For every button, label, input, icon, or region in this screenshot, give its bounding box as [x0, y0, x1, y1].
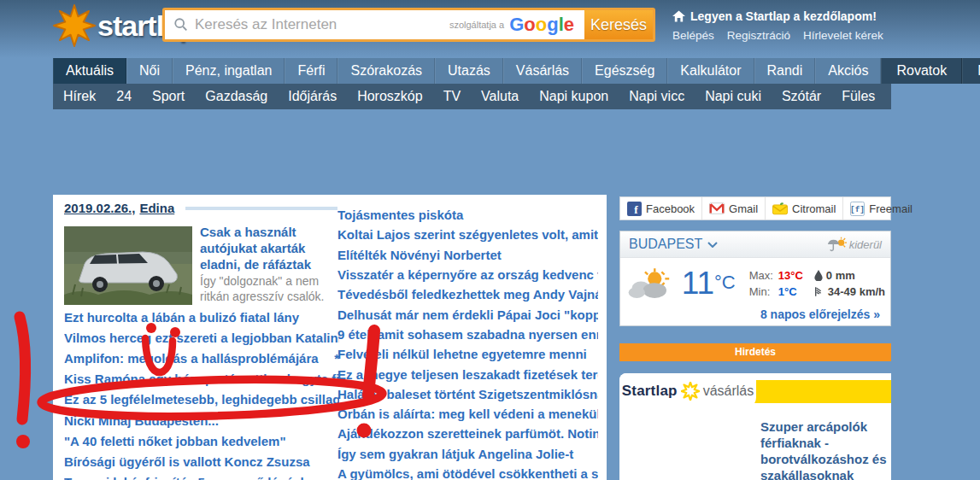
- shop-product-link[interactable]: Szuper arcápolók férfiaknak - borotválko…: [760, 419, 887, 480]
- list-item: Ezt hurcolta a lábán a bulizó fiatal lán…: [64, 307, 339, 327]
- news-link[interactable]: Tévedésből feledkezhettek meg Andy Vajná…: [337, 287, 598, 301]
- kiderul-brand: kiderül: [826, 237, 882, 252]
- news-link[interactable]: Koltai Lajos szerint szégyenletes volt, …: [337, 227, 598, 242]
- link-tv[interactable]: TV: [433, 84, 471, 109]
- tab-akcios[interactable]: Akciós: [815, 58, 881, 84]
- featured-article-title[interactable]: Csak a használt autójukat akarták eladni…: [200, 224, 347, 272]
- register-link[interactable]: Regisztráció: [727, 29, 790, 42]
- ad-label: Hirdetés: [619, 343, 891, 361]
- news-link[interactable]: 9 étel, amit sohasem szabadna nyersen en…: [337, 327, 598, 342]
- date-link[interactable]: 2019.02.26.,: [64, 201, 135, 215]
- featured-article-image[interactable]: [64, 226, 192, 305]
- tab-rovatok[interactable]: Rovatok: [881, 58, 962, 84]
- news-link[interactable]: Vilmos herceg ezt szereti a legjobban Ka…: [64, 331, 339, 345]
- search-icon: [173, 17, 189, 32]
- set-homepage-link[interactable]: Legyen a Startlap a kezdőlapom!: [672, 9, 883, 23]
- droplet-icon: [814, 270, 823, 281]
- tab-aktualis[interactable]: Aktuális: [53, 58, 126, 84]
- link-idojaras[interactable]: Időjárás: [278, 84, 347, 109]
- author-link[interactable]: Edina: [139, 201, 174, 215]
- news-link[interactable]: "A 40 feletti nőket jobban kedvelem": [64, 434, 286, 448]
- car-photo: [64, 226, 192, 305]
- news-link[interactable]: Amplifon: megoldás a hallásproblémájára: [64, 351, 319, 366]
- news-link[interactable]: Ez a megye teljesen leszakadt fizetések …: [337, 367, 598, 382]
- secondary-nav: Hírek 24 Sport Gazdaság Időjárás Horoszk…: [53, 84, 891, 109]
- link-szotar[interactable]: Szótár: [772, 84, 831, 109]
- freemail-link[interactable]: [f] Freemail: [843, 197, 919, 220]
- list-item: Tavaszi lakásfrissítés 5 egyszerű lépésb…: [64, 472, 339, 480]
- minmax-block: Max:13°C Min:1°C: [749, 267, 803, 300]
- weather-widget: BUDAPEST kiderül: [619, 231, 891, 326]
- list-item: Tojásmentes piskóta: [337, 205, 598, 225]
- list-item: Nicki Minaj Budapesten...: [64, 410, 339, 430]
- shop-logo[interactable]: Startlap vásárlás: [619, 373, 756, 409]
- search-input[interactable]: [195, 16, 449, 33]
- newsletter-link[interactable]: Hírlevelet kérek: [803, 29, 883, 42]
- umbrella-sun-icon: [826, 237, 847, 252]
- tab-noi[interactable]: Női: [126, 58, 173, 84]
- news-link[interactable]: Visszatér a képernyőre az ország kedvenc…: [337, 267, 598, 282]
- news-link-circled[interactable]: Ez az 5 legfélelmetesebb, leghidegebb cs…: [64, 392, 339, 407]
- news-link[interactable]: Bírósági ügyéről is vallott Koncz Zsuzsa: [64, 454, 310, 469]
- list-item: Amplifon: megoldás a hallásproblémájára*: [64, 348, 339, 368]
- news-link[interactable]: Ezt hurcolta a lábán a bulizó fiatal lán…: [64, 310, 299, 325]
- tab-vasarlas[interactable]: Vásárlás: [503, 58, 582, 84]
- link-24[interactable]: 24: [106, 84, 142, 109]
- news-link[interactable]: Delhusát már nem érdekli Pápai Joci "kop…: [337, 307, 598, 322]
- login-link[interactable]: Belépés: [672, 29, 714, 42]
- list-item: Ajándékozzon szeretteinek parfümöt. Noti…: [337, 424, 598, 443]
- facebook-link[interactable]: f Facebook: [620, 197, 702, 220]
- home-icon: [672, 10, 685, 22]
- nav-right-group: Rovatok Minden: [881, 58, 980, 84]
- tab-ferfi[interactable]: Férfi: [285, 58, 337, 84]
- news-link[interactable]: Halálos baleset történt Szigetszentmikló…: [337, 387, 598, 401]
- freemail-icon: [f]: [850, 202, 865, 216]
- search-bar: szolgáltatja a Google Keresés: [162, 8, 655, 42]
- forecast-link[interactable]: 8 napos előrejelzés »: [760, 307, 880, 321]
- link-napi-kupon[interactable]: Napi kupon: [529, 84, 619, 109]
- current-temperature: 11°C: [682, 266, 736, 301]
- partly-cloudy-icon: [627, 264, 672, 303]
- weather-city-selector[interactable]: BUDAPEST: [629, 237, 718, 252]
- news-link[interactable]: Így sem gyakran látjuk Angelina Jolie-t: [337, 447, 573, 461]
- tab-minden[interactable]: Minden: [962, 58, 980, 84]
- link-hirek[interactable]: Hírek: [53, 84, 106, 109]
- gmail-link[interactable]: Gmail: [702, 197, 766, 220]
- news-link[interactable]: Felvételi nélkül lehetne egyetemre menni: [337, 347, 587, 361]
- news-link[interactable]: Tojásmentes piskóta: [337, 208, 463, 222]
- link-gazdasag[interactable]: Gazdaság: [195, 84, 278, 109]
- news-link[interactable]: A gyümölcs, ami ötödével csökkentheti a …: [337, 466, 598, 480]
- search-button[interactable]: Keresés: [584, 10, 653, 39]
- news-link[interactable]: Elítélték Növényi Norbertet: [337, 248, 502, 262]
- link-horoszkop[interactable]: Horoszkóp: [347, 84, 432, 109]
- chevron-down-icon: [707, 242, 718, 248]
- tab-randi[interactable]: Randi: [754, 58, 816, 84]
- citromail-label: Citromail: [792, 202, 836, 215]
- link-valuta[interactable]: Valuta: [471, 84, 529, 109]
- news-link[interactable]: Ajándékozzon szeretteinek parfümöt. Noti…: [337, 426, 598, 441]
- tab-szorakozas[interactable]: Szórakozás: [337, 58, 435, 84]
- tab-egeszseg[interactable]: Egészség: [582, 58, 667, 84]
- svg-text:f: f: [634, 203, 638, 216]
- news-link[interactable]: Tavaszi lakásfrissítés 5 egyszerű lépésb…: [64, 475, 323, 480]
- news-link[interactable]: Orbán is aláírta: meg kell védeni a mene…: [337, 407, 598, 421]
- list-item: Kiss Ramóna egy hónap után otthonhagyta …: [64, 369, 339, 389]
- wind-icon: [814, 286, 824, 297]
- news-link[interactable]: Nicki Minaj Budapesten...: [64, 413, 219, 428]
- list-item: "A 40 feletti nőket jobban kedvelem": [64, 430, 339, 451]
- link-sport[interactable]: Sport: [142, 84, 195, 109]
- tab-kalkulator[interactable]: Kalkulátor: [667, 58, 754, 84]
- list-item: 9 étel, amit sohasem szabadna nyersen en…: [337, 325, 598, 344]
- annotation-exclamation-left: [20, 317, 25, 419]
- list-item: Tévedésből feledkezhettek meg Andy Vajná…: [337, 284, 598, 304]
- list-item: Így sem gyakran látjuk Angelina Jolie-t: [337, 444, 598, 464]
- list-item: Elítélték Növényi Norbertet: [337, 245, 598, 265]
- citromail-link[interactable]: Citromail: [766, 197, 843, 220]
- link-napi-vicc[interactable]: Napi vicc: [619, 84, 695, 109]
- list-item: Koltai Lajos szerint szégyenletes volt, …: [337, 225, 598, 244]
- news-link[interactable]: Kiss Ramóna egy hónap után otthonhagyta …: [64, 372, 339, 386]
- tab-utazas[interactable]: Utazás: [435, 58, 503, 84]
- link-napi-cuki[interactable]: Napi cuki: [695, 84, 772, 109]
- tab-penz-ingatlan[interactable]: Pénz, ingatlan: [173, 58, 285, 84]
- link-fules[interactable]: Füles: [831, 84, 885, 109]
